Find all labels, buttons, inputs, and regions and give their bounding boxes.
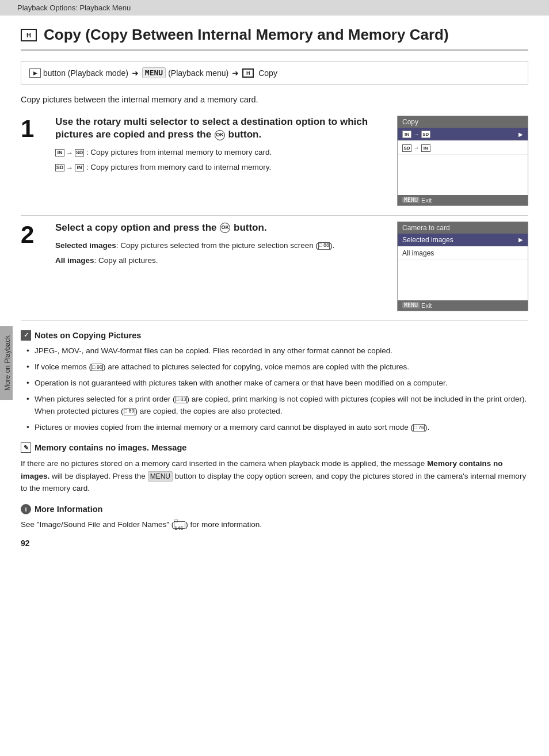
camera-ui-step2: Camera to card Selected images ▶ All ima… [397,222,528,311]
selected-dot-1: ▶ [518,131,523,138]
exit-label-1: Exit [421,197,432,204]
note-5: Pictures or movies copied from the inter… [25,422,528,433]
memory-message-title: ✎ Memory contains no images. Message [21,442,528,453]
arrow-to-in: → [66,163,73,173]
step-2-content: Select a copy option and press the OK bu… [55,222,528,311]
menu-label-footer-1: MENU [402,197,420,203]
exit-label-2: Exit [421,302,432,309]
small-arrow-2: → [413,144,419,151]
pencil-icon: ✎ [21,442,31,453]
step-1-number: 1 [21,116,55,206]
step-1-title: Use the rotary multi selector to select … [55,116,389,141]
memory-message-section: ✎ Memory contains no images. Message If … [21,442,528,495]
page-title: H Copy (Copy Between Internal Memory and… [21,26,528,51]
nav-arrow-2: ➜ [232,68,239,78]
nav-button-label: button (Playback mode) [43,68,128,78]
notes-section: ✓ Notes on Copying Pictures JPEG-, MOV-,… [21,330,528,434]
small-in-icon-2: IN [421,144,430,152]
step-2-desc-selected: Selected images: Copy pictures selected … [55,240,389,251]
small-sd-icon-2: SD [402,144,411,152]
small-in-icon: IN [402,131,411,138]
page-ref-88: □ 88 [318,242,330,250]
camera-ui-row-2-all[interactable]: All images [398,247,528,260]
page-ref-76: □ 76 [413,424,425,432]
side-tab: More on Playback [0,326,13,400]
nav-bar: ▶ button (Playback mode) ➜ MENU (Playbac… [21,61,528,85]
memory-message-text: If there are no pictures stored on a mem… [21,457,528,495]
step-1: 1 Use the rotary multi selector to selec… [21,116,528,216]
row-label-in-sd: IN → SD [402,130,430,138]
camera-ui-footer-1: MENU Exit [398,195,528,205]
intro-text: Copy pictures between the internal memor… [21,95,528,104]
camera-ui-row-1-selected[interactable]: IN → SD ▶ [398,128,528,141]
step-2-title: Select a copy option and press the OK bu… [55,222,389,234]
note-4: When pictures selected for a print order… [25,394,528,417]
note-2: If voice memos (□ 90) are attached to pi… [25,361,528,373]
page-number: 92 [21,539,30,548]
all-images-label: All images [55,256,94,265]
info-icon: i [21,504,31,514]
step-2-number: 2 [21,222,55,311]
camera-ui-row-1-2[interactable]: SD → IN [398,141,528,154]
arrow-to-sd: → [66,148,73,158]
menu-label-footer-2: MENU [402,302,420,308]
nav-copy-icon: H [242,68,254,78]
camera-ui-title-1: Copy [398,116,528,128]
internal-mem-icon: IN [55,149,64,156]
more-info-text: See "Image/Sound File and Folder Names" … [21,519,528,530]
breadcrumb: Playback Options: Playback Menu [0,0,549,16]
note-3: Operation is not guaranteed with picture… [25,377,528,389]
more-info-section: i More Information See "Image/Sound File… [21,504,528,530]
notes-list: JPEG-, MOV-, and WAV-format files can be… [25,345,528,434]
camera-ui-title-2: Camera to card [398,222,528,234]
camera-ui-row-2-selected[interactable]: Selected images ▶ [398,234,528,247]
more-info-title: i More Information [21,504,528,514]
nav-menu-desc: (Playback menu) [168,68,228,78]
page-ref-83: □ 83 [176,396,187,403]
page-ref-90: □ 90 [92,364,103,371]
camera-ui-body-1: IN → SD ▶ SD → IN [398,128,528,195]
camera-ui-spacer-1 [398,155,528,195]
all-images-row: All images [402,249,434,257]
nav-menu-label: MENU [142,67,166,78]
selected-images-row: Selected images [402,236,453,244]
step-1-content: Use the rotary multi selector to select … [55,116,528,206]
sd-card-icon: SD [75,149,84,156]
nav-copy-label: Copy [258,68,277,78]
camera-ui-footer-2: MENU Exit [398,300,528,311]
camera-ui-step1: Copy IN → SD ▶ SD [397,116,528,206]
selected-images-label: Selected images [55,241,116,250]
step-2: 2 Select a copy option and press the OK … [21,222,528,321]
small-sd-icon: SD [421,131,430,138]
nav-arrow-1: ➜ [132,68,139,78]
step-2-desc-all: All images: Copy all pictures. [55,255,389,266]
ok-button-icon: OK [215,130,225,140]
note-1: JPEG-, MOV-, and WAV-format files can be… [25,345,528,357]
selected-dot-2: ▶ [518,236,523,243]
step-1-desc-1: IN → SD : Copy pictures from internal me… [55,147,389,158]
notes-title: ✓ Notes on Copying Pictures [21,330,528,341]
camera-ui-spacer-2 [398,260,528,300]
check-icon: ✓ [21,330,31,341]
camera-ui-body-2: Selected images ▶ All images [398,234,528,300]
no-images-message: Memory contains no images. [21,459,502,480]
small-arrow: → [413,131,419,138]
ok-button-icon-2: OK [220,223,230,233]
internal-mem-icon-2: IN [75,164,84,171]
copy-menu-icon: H [21,29,37,41]
menu-button-label: MENU [148,471,173,482]
page-ref-89: □ 89 [124,408,135,415]
page-ref-146: □ 146 [174,521,185,529]
row-label-sd-in: SD → IN [402,143,430,151]
sd-card-icon-2: SD [55,164,64,171]
step-1-desc-2: SD → IN : Copy pictures from memory card… [55,162,389,173]
playback-mode-icon: ▶ [29,68,41,78]
